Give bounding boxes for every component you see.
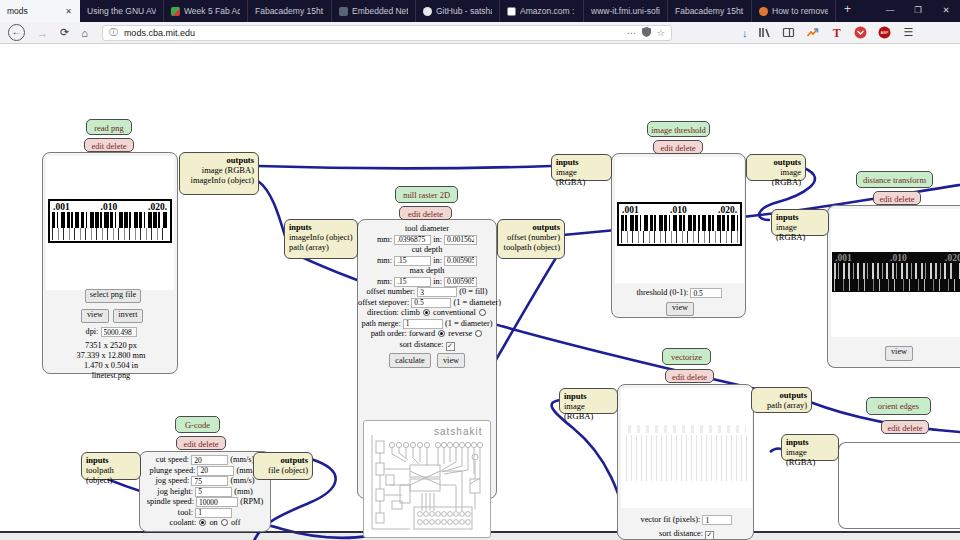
tab-fmi-uni-sofia[interactable]: www-it.fmi.uni-sofia xyxy=(584,0,668,22)
tab-github[interactable]: GitHub - satsha xyxy=(416,0,500,22)
cut-depth-mm-input[interactable] xyxy=(394,256,431,266)
module-tab-gcode[interactable]: G-code xyxy=(175,416,220,433)
url-bar[interactable]: ⓘ mods.cba.mit.edu ⋯ ☆ xyxy=(102,25,672,41)
max-depth-in-input[interactable] xyxy=(444,277,477,287)
module-tab-read-png[interactable]: read png xyxy=(86,119,132,135)
gcode-edit-delete[interactable]: edit delete xyxy=(176,436,226,450)
cut-depth-in-input[interactable] xyxy=(444,256,477,266)
max-depth-mm-input[interactable] xyxy=(394,277,431,287)
vector-fit-input[interactable] xyxy=(702,515,732,525)
offset-number-input[interactable] xyxy=(417,287,457,297)
direction-climb-radio[interactable] xyxy=(423,309,430,316)
module-tab-distance-transform[interactable]: distance transform xyxy=(856,171,933,188)
read-png-edit-delete[interactable]: edit delete xyxy=(84,138,134,152)
orient-edges-edit-delete[interactable]: edit delete xyxy=(881,420,929,434)
port-image-out[interactable]: image (RGBA) xyxy=(751,167,801,187)
trend-extension-icon[interactable] xyxy=(806,26,819,39)
tab-embedded[interactable]: Embedded Netw xyxy=(332,0,416,22)
mill-raster-edit-delete[interactable]: edit delete xyxy=(399,206,452,220)
tab-how-to-remove[interactable]: How to remove xyxy=(752,0,836,22)
port-imageinfo[interactable]: imageInfo (object) xyxy=(184,175,254,185)
distance-transform-edit-delete[interactable]: edit delete xyxy=(873,191,921,205)
tab-fabacademy-1[interactable]: Fabacademy 15ht -T xyxy=(248,0,332,22)
forward-button[interactable]: → xyxy=(37,27,48,39)
bookmark-star-icon[interactable]: ☆ xyxy=(657,28,665,38)
select-png-file-button[interactable]: select png file xyxy=(85,289,141,303)
gcode-inputs[interactable]: inputs toolpath (object) xyxy=(81,452,141,480)
adblock-plus-icon[interactable]: ABP xyxy=(878,26,891,39)
vectorize-edit-delete[interactable]: edit delete xyxy=(665,369,714,383)
image-threshold-inputs[interactable]: inputs image (RGBA) xyxy=(551,154,612,181)
port-toolpath-out[interactable]: toolpath (object) xyxy=(502,242,560,252)
port-offset-out[interactable]: offset (number) xyxy=(502,232,560,242)
tool-input[interactable] xyxy=(195,508,232,518)
port-imageinfo-in[interactable]: imageInfo (object) xyxy=(289,232,353,242)
gcode-outputs[interactable]: outputs file (object) xyxy=(253,452,313,480)
close-window-button[interactable]: ✕ xyxy=(932,0,960,22)
offset-stepover-input[interactable] xyxy=(411,298,451,308)
tool-diameter-in-input[interactable] xyxy=(444,235,477,245)
path-order-forward-radio[interactable] xyxy=(438,330,445,337)
tab-gnu-avr[interactable]: Using the GNU AVR t xyxy=(80,0,164,22)
shield-icon[interactable] xyxy=(642,27,651,39)
module-tab-orient-edges[interactable]: orient edges xyxy=(866,397,931,415)
mill-raster-outputs[interactable]: outputs offset (number) toolpath (object… xyxy=(497,219,565,259)
vectorize-sort-distance-checkbox[interactable]: ✓ xyxy=(705,531,714,540)
restore-button[interactable]: ❐ xyxy=(904,0,932,22)
spindle-speed-input[interactable] xyxy=(196,497,238,507)
module-tab-mill-raster-2d[interactable]: mill raster 2D xyxy=(395,186,458,203)
library-icon[interactable] xyxy=(758,26,771,39)
port-file-out[interactable]: file (object) xyxy=(258,465,308,475)
tool-diameter-mm-input[interactable] xyxy=(394,235,431,245)
read-png-outputs[interactable]: outputs image (RGBA) imageInfo (object) xyxy=(179,152,259,195)
tampermonkey-t-icon[interactable]: T xyxy=(830,26,843,39)
image-threshold-edit-delete[interactable]: edit delete xyxy=(653,140,703,154)
sidebar-icon[interactable] xyxy=(782,26,795,39)
jog-speed-input[interactable] xyxy=(191,476,228,486)
tab-mods[interactable]: mods ✕ xyxy=(0,0,80,22)
read-png-view-button[interactable]: view xyxy=(81,309,109,323)
home-button[interactable]: ⌂ xyxy=(81,27,88,39)
vectorize-inputs[interactable]: inputs image (RGBA) xyxy=(559,388,618,414)
threshold-view-button[interactable]: view xyxy=(666,302,694,316)
port-path-out[interactable]: path (array) xyxy=(756,400,807,410)
tab-week5[interactable]: Week 5 Fab Acad xyxy=(164,0,248,22)
calculate-button[interactable]: calculate xyxy=(389,353,431,368)
port-image-in[interactable]: image (RGBA) xyxy=(556,167,607,187)
coolant-on-radio[interactable] xyxy=(199,519,206,526)
direction-conventional-radio[interactable] xyxy=(479,309,486,316)
threshold-input[interactable] xyxy=(690,288,722,298)
mill-raster-inputs[interactable]: inputs imageInfo (object) path (array) xyxy=(284,219,358,259)
new-tab-button[interactable]: + xyxy=(836,0,859,22)
invert-button[interactable]: invert xyxy=(113,309,143,323)
module-tab-image-threshold[interactable]: image threshold xyxy=(647,121,710,137)
close-tab-icon[interactable]: ✕ xyxy=(65,7,72,16)
tab-fabacademy-2[interactable]: Fabacademy 15ht -T xyxy=(668,0,752,22)
dpi-input[interactable] xyxy=(101,327,137,337)
coolant-off-radio[interactable] xyxy=(221,519,228,526)
site-info-icon[interactable]: ⓘ xyxy=(109,26,118,39)
mill-view-button[interactable]: view xyxy=(437,353,465,368)
page-actions-icon[interactable]: ⋯ xyxy=(627,28,636,38)
tab-amazon[interactable]: Amazon.com : H xyxy=(500,0,584,22)
back-button[interactable]: ← xyxy=(8,24,25,41)
minimize-button[interactable]: — xyxy=(876,0,904,22)
distance-view-button[interactable]: view xyxy=(885,346,913,361)
menu-icon[interactable]: ☰ xyxy=(903,26,913,39)
orient-edges-inputs[interactable]: inputs image (RGBA) xyxy=(781,434,839,461)
module-tab-vectorize[interactable]: vectorize xyxy=(662,348,711,365)
port-image-rgba[interactable]: image (RGBA) xyxy=(184,165,254,175)
jog-height-input[interactable] xyxy=(195,487,232,497)
port-image-in[interactable]: image (RGBA) xyxy=(776,222,824,242)
image-threshold-outputs[interactable]: outputs image (RGBA) xyxy=(746,154,806,181)
reload-button[interactable]: ⟳ xyxy=(60,26,69,39)
port-path-in[interactable]: path (array) xyxy=(289,242,353,252)
vectorize-outputs[interactable]: outputs path (array) xyxy=(751,387,812,413)
path-merge-input[interactable] xyxy=(403,319,443,329)
mill-sort-distance-checkbox[interactable]: ✓ xyxy=(446,342,455,351)
port-image-in[interactable]: image (RGBA) xyxy=(564,401,613,421)
distance-transform-inputs[interactable]: inputs image (RGBA) xyxy=(771,209,829,236)
plunge-speed-input[interactable] xyxy=(197,466,234,476)
pocket-icon[interactable] xyxy=(854,26,867,39)
port-toolpath-in[interactable]: toolpath (object) xyxy=(86,465,136,485)
